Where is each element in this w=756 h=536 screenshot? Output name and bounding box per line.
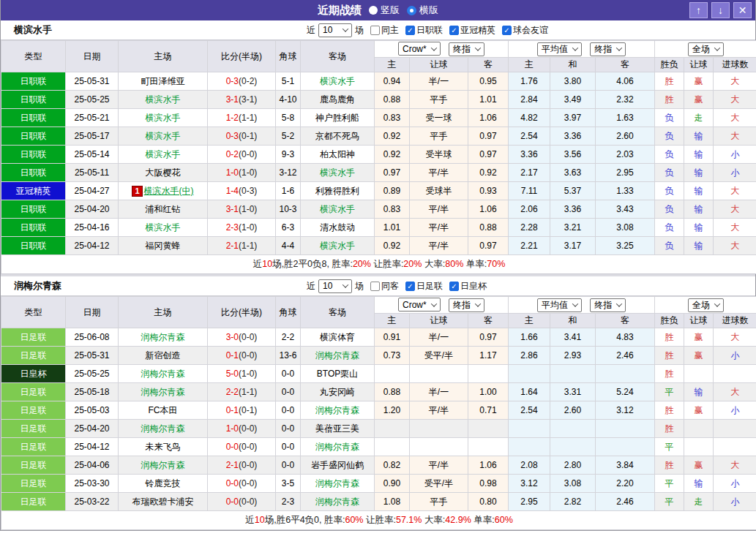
halftime-score: (0-1) — [239, 131, 257, 141]
average-select[interactable]: 平均值 — [537, 42, 582, 56]
avg-draw-odds: 3.31 — [550, 383, 596, 401]
corners-cell: 0-0 — [276, 456, 301, 475]
table-row: 日足联25-04-12未来飞鸟0-0(0-0)0-0润梅尔青森平 — [1, 438, 756, 456]
corners-cell: 10-3 — [276, 200, 301, 219]
asian-odds-header: Crow* 终指 — [375, 41, 509, 58]
corners-cell: 0-0 — [276, 383, 301, 401]
halftime-score: (1-0) — [239, 369, 257, 379]
match-count-select[interactable]: 10 — [318, 279, 352, 293]
filter-checkbox-亚冠精英[interactable]: ✓亚冠精英 — [449, 24, 495, 37]
corners-cell: 0-0 — [276, 438, 301, 456]
crow-away-odds: 0.71 — [468, 401, 509, 420]
period-select[interactable]: 全场 — [688, 298, 724, 312]
crow-away-odds: 1.06 — [468, 456, 509, 475]
match-count-select[interactable]: 10 — [318, 23, 352, 37]
result-outcome: 胜 — [655, 72, 684, 91]
match-date: 25-05-21 — [66, 109, 119, 127]
league-badge: 日职联 — [1, 164, 66, 182]
home-team-name: FC本田 — [149, 405, 178, 415]
filter-checkbox-label: 亚冠精英 — [460, 24, 495, 37]
bookmaker-select[interactable]: Crow* — [398, 298, 441, 312]
away-team: 润梅尔青森 — [301, 493, 375, 511]
fulltime-score: 0-2 — [226, 149, 239, 159]
crow-handicap: 平手 — [410, 493, 468, 511]
radio-horizontal-layout[interactable]: 横版 — [407, 4, 438, 17]
checkbox-checked-icon: ✓ — [405, 26, 415, 35]
result-outcome: 胜 — [655, 347, 684, 365]
table-row: 日足联25-04-06润梅尔青森2-1(0-0)0-0岩手盛冈仙鹤0.82平/半… — [1, 456, 756, 475]
match-date: 25-04-16 — [66, 219, 119, 237]
bookmaker-select-value: Crow* — [403, 300, 427, 310]
avg-home-odds: 7.11 — [509, 182, 550, 200]
away-team-name: 清水鼓动 — [320, 222, 355, 233]
away-team-name: 横滨体育 — [320, 332, 355, 342]
halftime-score: (1-0) — [239, 222, 257, 233]
match-date: 25-05-31 — [66, 72, 119, 91]
result-goals: 大 — [714, 383, 756, 401]
filter-bar: 近 10 场 同主✓日职联✓亚冠精英✓球会友谊 — [307, 20, 548, 39]
avg-away-odds: 1.63 — [596, 109, 655, 127]
result-handicap: 输 — [684, 127, 714, 146]
result-goals: 小 — [714, 146, 756, 164]
bookmaker-select[interactable]: Crow* — [398, 42, 441, 56]
score-cell: 5-0(1-0) — [208, 365, 276, 383]
filter-checkbox-日足联[interactable]: ✓日足联 — [405, 280, 443, 292]
summary-part: 20% — [403, 259, 422, 269]
sub-col-header: 客 — [468, 58, 509, 72]
summary-part: 让胜率: — [363, 515, 395, 525]
sub-col-header: 客 — [468, 314, 509, 328]
crow-away-odds: 0.93 — [468, 182, 509, 200]
halftime-score: (0-0) — [239, 332, 257, 342]
chevron-down-icon — [430, 45, 436, 50]
filter-checkbox-球会友谊[interactable]: ✓球会友谊 — [502, 24, 548, 37]
away-team: 神户胜利船 — [301, 109, 375, 127]
euro-stage-select[interactable]: 终指 — [590, 42, 626, 56]
table-row: 日职联25-05-31町田泽维亚0-3(0-2)5-1横滨水手0.94半/一0.… — [1, 72, 756, 91]
match-date: 25-03-30 — [66, 475, 119, 493]
filter-checkbox-日职联[interactable]: ✓日职联 — [405, 24, 443, 37]
crow-handicap: 平/半 — [410, 219, 468, 237]
euro-stage-select[interactable]: 终指 — [590, 298, 626, 312]
result-goals: 大 — [714, 237, 756, 255]
recent-results-window: 近期战绩 竖版 横版 ↑ ↓ ✕ 横滨水手 近 10 — [0, 0, 756, 531]
away-team-name: 京都不死鸟 — [315, 131, 359, 141]
home-team-name: 横滨水手 — [146, 94, 181, 105]
away-team-name: BTOP栗山 — [317, 369, 358, 379]
home-team: 润梅尔青森 — [119, 328, 208, 347]
table-row: 亚冠精英25-04-271横滨水手(中)1-4(0-3)1-6利雅得胜利0.89… — [1, 182, 756, 200]
avg-home-odds: 2.86 — [509, 347, 550, 365]
score-cell: 0-1(0-0) — [208, 347, 276, 365]
summary-part: 10 — [262, 259, 272, 269]
avg-draw-odds: 3.36 — [550, 200, 596, 219]
result-handicap: 赢 — [684, 347, 714, 365]
games-label: 场 — [355, 280, 364, 292]
bookmaker-select-value: Crow* — [403, 44, 427, 54]
crow-away-odds: 1.06 — [468, 109, 509, 127]
move-down-button[interactable]: ↓ — [711, 2, 730, 18]
avg-home-odds: 2.08 — [509, 456, 550, 475]
col-header-type: 类型 — [1, 41, 66, 72]
home-team-name[interactable]: 横滨水手(中) — [144, 186, 194, 196]
chevron-down-icon — [430, 301, 436, 306]
period-select[interactable]: 全场 — [688, 42, 724, 56]
col-header-home: 主场 — [119, 41, 208, 72]
match-date: 25-04-06 — [66, 456, 119, 475]
filter-checkbox-日皇杯[interactable]: ✓日皇杯 — [449, 280, 487, 292]
asian-stage-select[interactable]: 终指 — [449, 298, 484, 312]
asian-stage-select[interactable]: 终指 — [449, 42, 484, 56]
avg-draw-odds: 2.80 — [550, 456, 596, 475]
filter-checkbox-同主[interactable]: 同主 — [370, 24, 399, 37]
table-row: 日足联25-04-20润梅尔青森1-0(0-0)0-0美蓓亚三美胜 — [1, 420, 756, 438]
average-select[interactable]: 平均值 — [537, 298, 582, 312]
result-goals: 大 — [714, 127, 756, 146]
titlebar-center: 近期战绩 竖版 横版 — [1, 4, 755, 18]
move-up-button[interactable]: ↑ — [689, 2, 708, 18]
filter-checkbox-同客[interactable]: 同客 — [370, 280, 399, 292]
score-cell: 0-2(0-0) — [208, 146, 276, 164]
home-team-name: 横滨水手 — [146, 113, 181, 123]
league-badge: 日职联 — [1, 219, 66, 237]
score-cell: 1-4(0-3) — [208, 182, 276, 200]
team-name: 润梅尔青森 — [1, 279, 61, 292]
radio-vertical-layout[interactable]: 竖版 — [369, 4, 400, 17]
close-button[interactable]: ✕ — [733, 2, 752, 18]
